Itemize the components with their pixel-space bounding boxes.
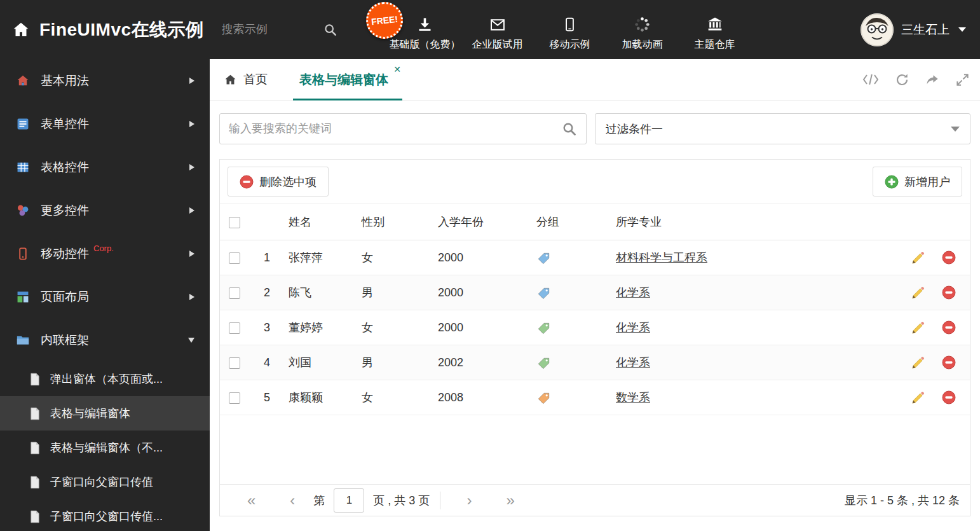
nav-mobile-demo[interactable]: 移动示例	[534, 8, 606, 52]
open-new-window-icon[interactable]	[925, 72, 940, 87]
sidebar-item-iframe[interactable]: 内联框架	[0, 319, 210, 362]
delete-selected-label: 删除选中项	[259, 174, 316, 190]
table-row[interactable]: 5 康颖颖 女 2008 数学系	[220, 380, 970, 415]
sidebar-item-label: 基本用法	[41, 72, 89, 89]
filter-dropdown[interactable]: 过滤条件一	[595, 113, 970, 144]
caret-down-icon	[951, 127, 960, 132]
edit-icon[interactable]	[911, 390, 925, 405]
nav-enterprise-trial[interactable]: 企业版试用	[461, 8, 534, 52]
close-icon[interactable]: ✕	[393, 65, 401, 74]
sidebar-subitem-grid-edit-window-2[interactable]: 表格与编辑窗体（不...	[0, 431, 210, 465]
keyword-search	[219, 113, 587, 144]
sidebar-item-page-layout[interactable]: 页面布局	[0, 275, 210, 319]
tab-grid-edit-window[interactable]: 表格与编辑窗体 ✕	[293, 59, 402, 100]
table-header-row: 姓名 性别 入学年份 分组 所学专业	[220, 204, 970, 240]
nav-theme-repo[interactable]: 主题仓库	[679, 8, 751, 52]
sidebar-item-mobile-controls[interactable]: 移动控件 Corp.	[0, 232, 210, 275]
tab-home[interactable]: 首页	[220, 59, 271, 100]
app-header: FineUIMvc在线示例 FREE! 基础版（免费） 企业版试用 移动示例 加…	[0, 0, 980, 59]
cell-name: 张萍萍	[281, 240, 354, 275]
search-icon[interactable]	[562, 121, 577, 137]
source-code-icon[interactable]	[862, 72, 880, 86]
shapes-icon	[15, 203, 31, 218]
row-checkbox[interactable]	[229, 322, 240, 334]
sidebar-item-basic-usage[interactable]: 基本用法	[0, 59, 210, 102]
refresh-icon[interactable]	[895, 72, 909, 87]
main-area: 首页 表格与编辑窗体 ✕	[210, 59, 980, 531]
row-number: 3	[253, 310, 281, 345]
delete-selected-button[interactable]: 删除选中项	[228, 167, 329, 197]
app-title: FineUIMvc在线示例	[39, 18, 204, 42]
column-header-index	[253, 204, 281, 240]
edit-icon[interactable]	[911, 355, 925, 370]
sidebar-item-form-controls[interactable]: 表单控件	[0, 102, 210, 146]
prev-page-button[interactable]: ‹	[273, 493, 312, 508]
column-header-gender[interactable]: 性别	[354, 204, 430, 240]
major-link[interactable]: 材料科学与工程系	[616, 251, 707, 264]
table-row[interactable]: 4 刘国 男 2002 化学系	[220, 345, 970, 380]
table-icon	[15, 160, 31, 175]
sidebar-subitem-child-to-parent[interactable]: 子窗口向父窗口传值	[0, 465, 210, 499]
sidebar-subitem-grid-edit-window[interactable]: 表格与编辑窗体	[0, 396, 210, 431]
cell-year: 2000	[430, 240, 529, 275]
brand[interactable]: FineUIMvc在线示例	[0, 18, 204, 42]
table-row[interactable]: 1 张萍萍 女 2000 材料科学与工程系	[220, 240, 970, 275]
tab-label: 首页	[243, 71, 268, 88]
major-link[interactable]: 化学系	[616, 321, 650, 334]
cell-year: 2008	[430, 380, 529, 415]
fullscreen-icon[interactable]	[955, 72, 970, 87]
file-icon	[29, 476, 41, 489]
keyword-search-input[interactable]	[229, 122, 562, 135]
next-page-button[interactable]: ›	[449, 493, 489, 508]
major-link[interactable]: 化学系	[616, 356, 650, 369]
table-row[interactable]: 3 董婷婷 女 2000 化学系	[220, 310, 970, 345]
first-page-button[interactable]: «	[230, 493, 273, 508]
page-label-suffix: 页 , 共 3 页	[373, 493, 430, 508]
row-checkbox[interactable]	[229, 392, 240, 404]
row-checkbox[interactable]	[229, 252, 240, 264]
header-search-input[interactable]	[222, 23, 317, 36]
home-icon	[11, 20, 31, 39]
grid-toolbar: 删除选中项 新增用户	[220, 160, 970, 204]
row-checkbox[interactable]	[229, 287, 240, 299]
major-link[interactable]: 数学系	[616, 391, 650, 404]
cell-year: 2002	[430, 345, 529, 380]
edit-icon[interactable]	[911, 286, 925, 300]
sidebar-item-more-controls[interactable]: 更多控件	[0, 189, 210, 232]
add-user-button[interactable]: 新增用户	[873, 167, 962, 197]
select-all-checkbox[interactable]	[229, 217, 240, 228]
edit-icon[interactable]	[911, 251, 925, 265]
sidebar-item-grid-controls[interactable]: 表格控件	[0, 146, 210, 189]
delete-icon[interactable]	[942, 355, 956, 369]
cell-name: 康颖颖	[281, 380, 354, 415]
delete-icon[interactable]	[942, 251, 956, 265]
delete-icon[interactable]	[942, 286, 956, 300]
edit-icon[interactable]	[911, 321, 925, 335]
record-summary: 显示 1 - 5 条 , 共 12 条	[845, 493, 960, 508]
nav-basic-free[interactable]: FREE! 基础版（免费）	[389, 8, 461, 52]
delete-icon[interactable]	[942, 321, 956, 334]
bank-icon	[706, 16, 724, 34]
row-checkbox[interactable]	[229, 357, 240, 369]
column-header-name[interactable]: 姓名	[281, 204, 354, 240]
delete-icon[interactable]	[942, 390, 956, 404]
last-page-button[interactable]: »	[489, 493, 531, 508]
sidebar-item-label: 表格控件	[41, 159, 89, 176]
tag-icon	[536, 356, 551, 371]
user-menu[interactable]: 三生石上	[861, 13, 980, 46]
major-link[interactable]: 化学系	[616, 286, 650, 299]
nav-loading-animation[interactable]: 加载动画	[606, 8, 679, 52]
sidebar-subitem-child-to-parent-2[interactable]: 子窗口向父窗口传值...	[0, 499, 210, 531]
column-header-major[interactable]: 所学专业	[608, 204, 894, 240]
sidebar-subitem-popup-window[interactable]: 弹出窗体（本页面或...	[0, 362, 210, 396]
home-icon	[224, 73, 237, 86]
avatar[interactable]	[861, 13, 894, 46]
sidebar: 基本用法 表单控件 表格控件 更多控件 移动控件 Corp.	[0, 59, 210, 531]
column-header-year[interactable]: 入学年份	[430, 204, 529, 240]
table-row[interactable]: 2 陈飞 男 2000 化学系	[220, 275, 970, 310]
page-number-input[interactable]	[334, 488, 364, 513]
mobile-icon	[15, 246, 31, 261]
search-icon[interactable]	[323, 23, 337, 37]
column-header-group[interactable]: 分组	[529, 204, 608, 240]
nav-label: 企业版试用	[472, 38, 523, 52]
